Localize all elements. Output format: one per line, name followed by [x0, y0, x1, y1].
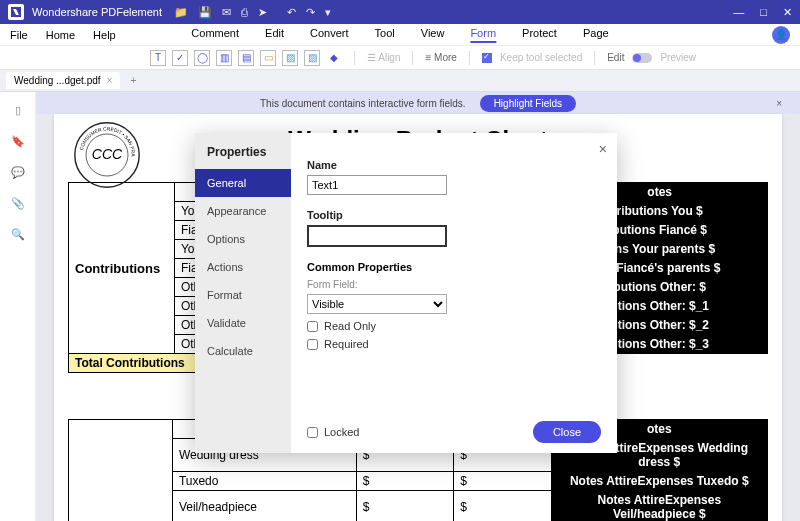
preview-mode-label: Preview — [660, 52, 696, 63]
banner-close-icon[interactable]: × — [776, 98, 782, 109]
menu-page[interactable]: Page — [583, 27, 609, 43]
left-rail: ▯ 🔖 💬 📎 🔍 — [0, 92, 36, 521]
new-tab-icon[interactable]: + — [126, 75, 140, 86]
menu-protect[interactable]: Protect — [522, 27, 557, 43]
search-icon[interactable]: 🔍 — [11, 228, 25, 241]
tab-general[interactable]: General — [195, 169, 291, 197]
banner-message: This document contains interactive form … — [260, 98, 466, 109]
row-tuxedo[interactable]: Tuxedo — [172, 472, 356, 491]
button-tool-icon[interactable]: ▭ — [260, 50, 276, 66]
print-icon[interactable]: ⎙ — [241, 6, 248, 19]
visibility-select[interactable]: Visible — [307, 294, 447, 314]
list-tool-icon[interactable]: ▤ — [238, 50, 254, 66]
maximize-icon[interactable]: □ — [760, 6, 767, 19]
comments-icon[interactable]: 💬 — [11, 166, 25, 179]
cell-amt[interactable]: $ — [454, 491, 551, 522]
formfield-label: Form Field: — [307, 279, 601, 290]
dialog-main: × Name Tooltip Common Properties Form Fi… — [291, 133, 617, 453]
tab-format[interactable]: Format — [195, 281, 291, 309]
open-icon[interactable]: 📁 — [174, 6, 188, 19]
undo-icon[interactable]: ↶ — [287, 6, 296, 19]
menu-convert[interactable]: Convert — [310, 27, 349, 43]
org-seal-icon: CCCCONSUMER CREDIT • SAN FRANCISCO — [72, 120, 142, 190]
document-tabs: Wedding ...dget.pdf × + — [0, 70, 800, 92]
name-input[interactable] — [307, 175, 447, 195]
menu-comment[interactable]: Comment — [191, 27, 239, 43]
window-controls: — □ ✕ — [733, 6, 792, 19]
app-title: Wondershare PDFelement — [32, 6, 162, 18]
tab-appearance[interactable]: Appearance — [195, 197, 291, 225]
tab-title: Wedding ...dget.pdf — [14, 75, 101, 86]
locked-label: Locked — [324, 426, 359, 438]
mail-icon[interactable]: ✉ — [222, 6, 231, 19]
dropdown-icon[interactable]: ▾ — [325, 6, 331, 19]
save-icon[interactable]: 💾 — [198, 6, 212, 19]
readonly-checkbox[interactable] — [307, 321, 318, 332]
history-actions: ↶ ↷ ▾ — [287, 6, 331, 19]
cell-amt[interactable]: $ — [454, 472, 551, 491]
tooltip-label: Tooltip — [307, 209, 601, 221]
tab-close-icon[interactable]: × — [107, 75, 113, 86]
attachments-icon[interactable]: 📎 — [11, 197, 25, 210]
edit-mode-label: Edit — [607, 52, 624, 63]
app-logo — [8, 4, 24, 20]
menu-file[interactable]: File — [10, 29, 28, 41]
keep-tool-checkbox[interactable] — [482, 53, 492, 63]
attire-note-1[interactable]: Notes AttireExpenses Tuxedo $ — [551, 472, 767, 491]
tab-validate[interactable]: Validate — [195, 309, 291, 337]
form-banner: This document contains interactive form … — [36, 92, 800, 114]
cell-amt[interactable]: $ — [356, 472, 453, 491]
menu-view[interactable]: View — [421, 27, 445, 43]
properties-dialog: Properties General Appearance Options Ac… — [195, 133, 617, 453]
more-menu[interactable]: ≡ More — [425, 52, 456, 63]
checkbox-tool-icon[interactable]: ✓ — [172, 50, 188, 66]
menu-tool[interactable]: Tool — [375, 27, 395, 43]
dialog-close-icon[interactable]: × — [599, 141, 607, 157]
close-window-icon[interactable]: ✕ — [783, 6, 792, 19]
menu-edit[interactable]: Edit — [265, 27, 284, 43]
user-avatar-icon[interactable]: 👤 — [772, 26, 790, 44]
tab-calculate[interactable]: Calculate — [195, 337, 291, 365]
menu-home[interactable]: Home — [46, 29, 75, 41]
tooltip-input[interactable] — [307, 225, 447, 247]
share-icon[interactable]: ➤ — [258, 6, 267, 19]
name-label: Name — [307, 159, 601, 171]
keep-tool-label: Keep tool selected — [500, 52, 582, 63]
menu-help[interactable]: Help — [93, 29, 116, 41]
radio-tool-icon[interactable]: ◯ — [194, 50, 210, 66]
form-toolbar: T ✓ ◯ ▥ ▤ ▭ ▨ ▧ ◆ ☰ Align ≡ More Keep to… — [0, 46, 800, 70]
contributions-label: Contributions — [69, 183, 175, 354]
quick-actions: 📁 💾 ✉ ⎙ ➤ — [174, 6, 267, 19]
align-menu[interactable]: ☰ Align — [367, 52, 400, 63]
edit-preview-toggle[interactable] — [632, 53, 652, 63]
svg-text:CCC: CCC — [92, 146, 123, 162]
cell-amt[interactable]: $ — [356, 491, 453, 522]
image-tool-icon[interactable]: ▨ — [282, 50, 298, 66]
locked-checkbox[interactable] — [307, 427, 318, 438]
tab-options[interactable]: Options — [195, 225, 291, 253]
dialog-title: Properties — [195, 133, 291, 169]
combo-tool-icon[interactable]: ▥ — [216, 50, 232, 66]
title-bar: Wondershare PDFelement 📁 💾 ✉ ⎙ ➤ ↶ ↷ ▾ —… — [0, 0, 800, 24]
menu-bar: File Home Help Comment Edit Convert Tool… — [0, 24, 800, 46]
row-veil[interactable]: Veil/headpiece — [172, 491, 356, 522]
bookmarks-icon[interactable]: 🔖 — [11, 135, 25, 148]
readonly-label: Read Only — [324, 320, 376, 332]
attire-note-2[interactable]: Notes AttireExpenses Veil/headpiece $ — [551, 491, 767, 522]
common-props-label: Common Properties — [307, 261, 601, 273]
highlight-fields-button[interactable]: Highlight Fields — [480, 95, 576, 112]
required-label: Required — [324, 338, 369, 350]
required-checkbox[interactable] — [307, 339, 318, 350]
minimize-icon[interactable]: — — [733, 6, 744, 19]
signature-tool-icon[interactable]: ▧ — [304, 50, 320, 66]
redo-icon[interactable]: ↷ — [306, 6, 315, 19]
eraser-tool-icon[interactable]: ◆ — [326, 50, 342, 66]
close-button[interactable]: Close — [533, 421, 601, 443]
tab-actions[interactable]: Actions — [195, 253, 291, 281]
menu-form[interactable]: Form — [470, 27, 496, 43]
thumbnails-icon[interactable]: ▯ — [15, 104, 21, 117]
text-field-icon[interactable]: T — [150, 50, 166, 66]
document-tab[interactable]: Wedding ...dget.pdf × — [6, 72, 120, 89]
dialog-sidebar: Properties General Appearance Options Ac… — [195, 133, 291, 453]
